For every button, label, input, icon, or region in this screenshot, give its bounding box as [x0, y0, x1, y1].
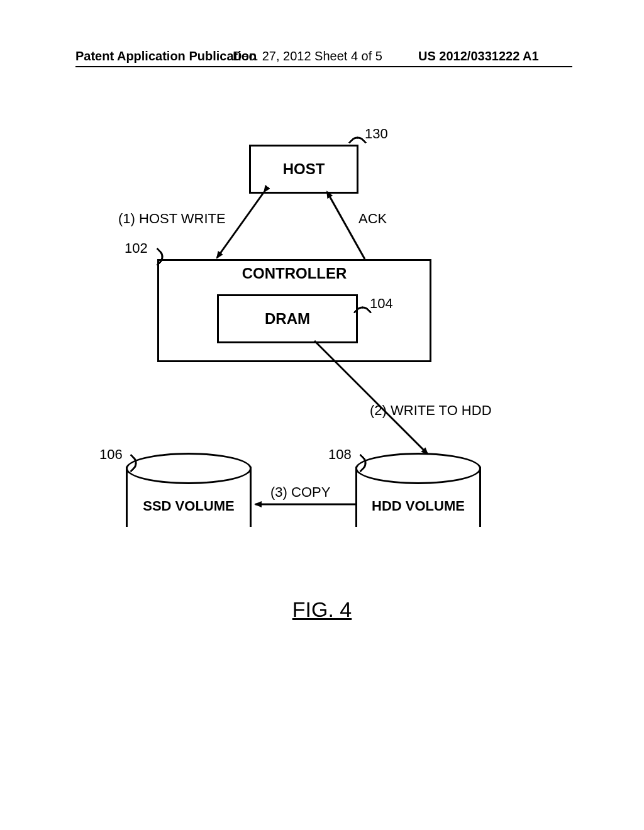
- ssd-cylinder: SSD VOLUME: [126, 453, 252, 541]
- arrows-svg: [0, 0, 644, 830]
- hdd-cylinder: HDD VOLUME: [355, 453, 481, 541]
- ref-hdd: 108: [328, 446, 352, 463]
- host-block: HOST: [249, 145, 358, 194]
- edge-copy: (3) COPY: [270, 484, 330, 501]
- page: Patent Application Publication Dec. 27, …: [0, 0, 644, 830]
- edge-host-write: (1) HOST WRITE: [118, 211, 226, 227]
- ssd-top: [126, 453, 252, 484]
- figure-caption: FIG. 4: [0, 597, 644, 622]
- edge-ack: ACK: [358, 211, 387, 227]
- dram-label: DRAM: [265, 310, 310, 328]
- hdd-top: [355, 453, 481, 484]
- host-label: HOST: [283, 160, 325, 178]
- hdd-mask: [357, 513, 479, 528]
- ref-ssd: 106: [99, 446, 123, 463]
- ssd-label: SSD VOLUME: [126, 498, 252, 514]
- controller-label: CONTROLLER: [242, 265, 347, 282]
- dram-block: DRAM: [217, 294, 358, 343]
- ref-dram: 104: [370, 296, 393, 312]
- ref-host: 130: [365, 126, 388, 142]
- ssd-mask: [128, 513, 250, 528]
- edge-write-hdd: (2) WRITE TO HDD: [370, 402, 492, 419]
- ref-controller: 102: [125, 240, 148, 257]
- diagram: HOST CONTROLLER DRAM SSD VOLUME HDD VOLU…: [0, 0, 644, 830]
- hdd-label: HDD VOLUME: [355, 498, 481, 514]
